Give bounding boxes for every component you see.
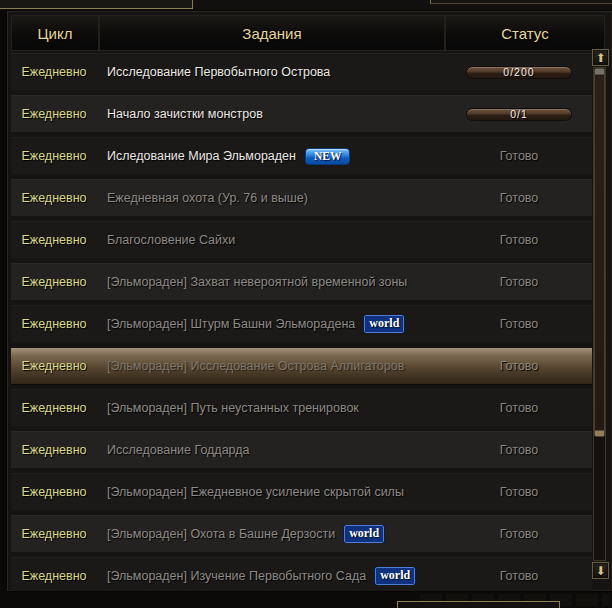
window-tab-strip <box>0 0 612 10</box>
scrollbar-thumb[interactable] <box>594 68 605 437</box>
column-header-status: Статус <box>446 16 604 50</box>
task-name-cell: [Эльмораден] Штурм Башни Эльморадена wor… <box>97 315 466 333</box>
background-panel-edge <box>397 601 560 608</box>
task-cycle-label: Ежедневно <box>11 191 97 205</box>
task-name-cell: [Эльмораден] Путь неустанных тренировок <box>97 401 466 415</box>
status-label: Готово <box>500 527 539 541</box>
task-name-label: Исследование Годдарда <box>107 443 250 457</box>
task-name-label: [Эльмораден] Захват невероятной временно… <box>107 275 407 289</box>
task-row[interactable]: Ежедневно [Эльмораден] Ежедневное усилен… <box>11 473 592 510</box>
column-header-cycle: Цикл <box>12 16 98 50</box>
task-name-cell: Иследование Мира Эльмораден NEW <box>97 148 466 165</box>
task-status-cell: Готово <box>466 233 572 247</box>
progress-bar: 0/1 <box>466 108 572 121</box>
task-name-label: Иследование Мира Эльмораден <box>107 149 296 163</box>
task-row[interactable]: Ежедневно [Эльмораден] Путь неустанных т… <box>11 389 592 426</box>
task-status-cell: 0/1 <box>466 108 572 121</box>
task-row[interactable]: Ежедневно Ежедневная охота (Ур. 76 и выш… <box>11 179 592 216</box>
task-row[interactable]: Ежедневно [Эльмораден] Охота в Башне Дер… <box>11 515 592 552</box>
task-rows: Ежедневно Исследование Первобытного Остр… <box>11 53 592 592</box>
task-name-cell: Исследование Годдарда <box>97 443 466 457</box>
progress-bar: 0/200 <box>466 66 572 79</box>
arrow-down-icon: ⬇ <box>595 565 605 577</box>
task-status-cell: Готово <box>466 275 572 289</box>
task-row[interactable]: Ежедневно Иследование Мира Эльмораден NE… <box>11 137 592 174</box>
task-name-label: [Эльмораден] Путь неустанных тренировок <box>107 401 359 415</box>
task-cycle-label: Ежедневно <box>11 65 97 79</box>
task-cycle-label: Ежедневно <box>11 317 97 331</box>
task-name-label: [Эльмораден] Охота в Башне Дерзости <box>107 527 335 541</box>
task-row[interactable]: Ежедневно Начало зачистки монстров 0/1 <box>11 95 592 132</box>
status-label: Готово <box>500 485 539 499</box>
task-name-label: Благословение Сайхи <box>107 233 235 247</box>
task-status-cell: Готово <box>466 317 572 331</box>
table-header: Цикл Задания Статус <box>11 15 605 51</box>
task-cycle-label: Ежедневно <box>11 401 97 415</box>
task-name-label: [Эльмораден] Штурм Башни Эльморадена <box>107 317 355 331</box>
task-cycle-label: Ежедневно <box>11 527 97 541</box>
status-label: Готово <box>500 401 539 415</box>
task-row[interactable]: Ежедневно Исследование Годдарда Готово <box>11 431 592 468</box>
task-row[interactable]: Ежедневно [Эльмораден] Штурм Башни Эльмо… <box>11 305 592 342</box>
task-status-cell: Готово <box>466 485 572 499</box>
task-cycle-label: Ежедневно <box>11 359 97 373</box>
quest-list-panel: Цикл Задания Статус Ежедневно Исследован… <box>6 10 612 592</box>
task-cycle-label: Ежедневно <box>11 233 97 247</box>
task-status-cell: Готово <box>466 527 572 541</box>
status-label: Готово <box>500 569 539 583</box>
task-name-cell: Ежедневная охота (Ур. 76 и выше) <box>97 191 466 205</box>
task-cycle-label: Ежедневно <box>11 275 97 289</box>
task-name-label: [Эльмораден] Изучение Первобытного Сада <box>107 569 366 583</box>
task-row[interactable]: Ежедневно [Эльмораден] Захват невероятно… <box>11 263 592 300</box>
tab-edge-left <box>0 0 193 9</box>
task-cycle-label: Ежедневно <box>11 569 97 583</box>
task-name-cell: Благословение Сайхи <box>97 233 466 247</box>
status-label: Готово <box>500 317 539 331</box>
task-row-selected[interactable]: Ежедневно [Эльмораден] Исследование Остр… <box>11 347 592 384</box>
task-cycle-label: Ежедневно <box>11 443 97 457</box>
task-status-cell: Готово <box>466 191 572 205</box>
task-name-label: Начало зачистки монстров <box>107 107 263 121</box>
task-cycle-label: Ежедневно <box>11 107 97 121</box>
new-badge: NEW <box>305 148 350 165</box>
task-status-cell: Готово <box>466 149 572 163</box>
scrollbar-track[interactable] <box>593 67 606 561</box>
column-header-tasks: Задания <box>100 16 444 50</box>
status-label: Готово <box>500 149 539 163</box>
task-name-cell: [Эльмораден] Захват невероятной временно… <box>97 275 466 289</box>
scrollbar: ⬆ ⬇ <box>590 49 610 591</box>
task-name-cell: [Эльмораден] Ежедневное усиление скрытой… <box>97 485 466 499</box>
task-cycle-label: Ежедневно <box>11 149 97 163</box>
world-badge: world <box>375 567 415 585</box>
task-status-cell: Готово <box>466 359 572 373</box>
task-name-label: [Эльмораден] Исследование Острова Аллига… <box>107 359 404 373</box>
status-label: Готово <box>500 359 539 373</box>
task-status-cell: Готово <box>466 443 572 457</box>
task-name-label: Ежедневная охота (Ур. 76 и выше) <box>107 191 308 205</box>
task-name-label: [Эльмораден] Ежедневное усиление скрытой… <box>107 485 404 499</box>
task-status-cell: Готово <box>466 569 572 583</box>
task-row[interactable]: Ежедневно [Эльмораден] Изучение Первобыт… <box>11 557 592 592</box>
world-badge: world <box>364 315 404 333</box>
task-name-label: Исследование Первобытного Острова <box>107 65 330 79</box>
status-label: Готово <box>500 443 539 457</box>
world-badge: world <box>344 525 384 543</box>
scroll-down-button[interactable]: ⬇ <box>592 562 609 579</box>
task-status-cell: 0/200 <box>466 66 572 79</box>
task-name-cell: [Эльмораден] Охота в Башне Дерзости worl… <box>97 525 466 543</box>
scroll-up-button[interactable]: ⬆ <box>592 49 609 66</box>
task-name-cell: Начало зачистки монстров <box>97 107 466 121</box>
task-cycle-label: Ежедневно <box>11 485 97 499</box>
task-name-cell: [Эльмораден] Изучение Первобытного Сада … <box>97 567 466 585</box>
arrow-up-icon: ⬆ <box>595 52 605 64</box>
task-name-cell: [Эльмораден] Исследование Острова Аллига… <box>97 359 466 373</box>
task-row[interactable]: Ежедневно Исследование Первобытного Остр… <box>11 53 592 90</box>
status-label: Готово <box>500 233 539 247</box>
status-label: Готово <box>500 275 539 289</box>
status-label: Готово <box>500 191 539 205</box>
task-name-cell: Исследование Первобытного Острова <box>97 65 466 79</box>
task-status-cell: Готово <box>466 401 572 415</box>
tab-edge-right <box>430 0 612 4</box>
background-behind-dialog <box>0 592 612 608</box>
task-row[interactable]: Ежедневно Благословение Сайхи Готово <box>11 221 592 258</box>
